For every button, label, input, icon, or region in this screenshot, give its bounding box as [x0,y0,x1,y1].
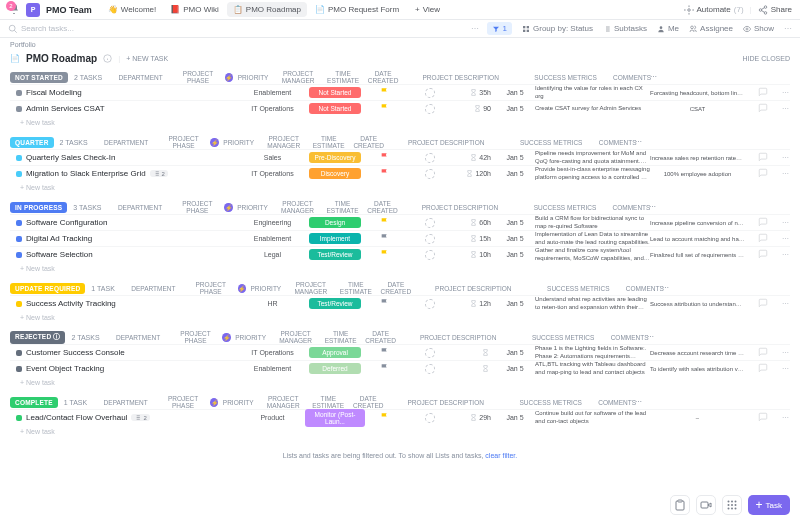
group-by-button[interactable]: Group by: Status [522,24,593,33]
svg-point-19 [731,504,733,506]
task-row[interactable]: Software ConfigurationEngineeringDesign6… [10,214,790,230]
task-row[interactable]: Quarterly Sales Check-InSalesPre-Discove… [10,149,790,165]
svg-point-16 [731,501,733,503]
tab-welcome-[interactable]: 👋Welcome! [102,2,162,17]
share-button[interactable]: Share [758,5,792,15]
task-row[interactable]: Admin Services CSATIT OperationsNot Star… [10,100,790,116]
workspace-name[interactable]: PMO Team [46,5,92,15]
svg-point-20 [734,504,736,506]
task-row[interactable]: Fiscal ModelingEnablementNot Started35hJ… [10,84,790,100]
svg-point-17 [734,501,736,503]
tab-pmo-roadmap[interactable]: 📋PMO Roadmap [227,2,307,17]
task-row[interactable]: Customer Success ConsoleIT OperationsApp… [10,344,790,360]
svg-point-11 [746,28,748,30]
subtasks-button[interactable]: Subtasks [603,24,647,33]
svg-rect-8 [527,29,529,31]
task-row[interactable]: Software SelectionLegalTest/Review10hJan… [10,246,790,262]
svg-point-2 [759,8,762,11]
fab-apps-icon[interactable] [722,495,742,515]
svg-rect-7 [523,29,525,31]
group-header[interactable]: UPDATE REQUIRED1 TASKDEPARTMENTPROJECT P… [10,281,790,295]
view-toolbar: Search tasks... ⋯ 1 Group by: Status Sub… [0,20,800,38]
svg-point-23 [734,508,736,510]
assignee-button[interactable]: Assignee [689,24,733,33]
new-task-row[interactable]: + New task [10,116,790,129]
task-row[interactable]: Success Activity TrackingHRTest/Review12… [10,295,790,311]
top-bar: 2 P PMO Team 👋Welcome!📕PMO Wiki📋PMO Road… [0,0,800,20]
svg-rect-13 [678,500,682,502]
fab-record-icon[interactable] [696,495,716,515]
svg-rect-5 [523,26,525,28]
svg-point-15 [727,501,729,503]
task-row[interactable]: Lead/Contact Flow Overhaul2ProductMonito… [10,409,790,425]
page-title: PMO Roadmap [26,53,97,64]
notif-badge: 2 [6,1,16,11]
svg-point-3 [764,11,767,14]
group-header[interactable]: NOT STARTED2 TASKSDEPARTMENTPROJECT PHAS… [10,70,790,84]
info-icon[interactable] [103,54,112,63]
filter-button[interactable]: 1 [487,22,512,35]
svg-point-0 [687,8,690,11]
svg-rect-14 [701,502,708,508]
workspace-icon[interactable]: P [26,3,40,17]
task-row[interactable]: Event Object TrackingEnablementDeferredJ… [10,360,790,376]
show-button[interactable]: Show [743,24,774,33]
new-task-row[interactable]: + New task [10,425,790,438]
svg-rect-6 [527,26,529,28]
group-header[interactable]: QUARTER2 TASKSDEPARTMENTPROJECT PHASE⚡PR… [10,135,790,149]
clear-filter-link[interactable]: clear filter. [485,452,517,459]
add-view-button[interactable]: +View [409,2,446,17]
svg-point-4 [9,25,15,31]
tab-pmo-wiki[interactable]: 📕PMO Wiki [164,2,225,17]
task-row[interactable]: Migration to Slack Enterprise Grid2IT Op… [10,165,790,181]
svg-point-9 [660,26,663,29]
svg-point-21 [727,508,729,510]
tab-pmo-request-form[interactable]: 📄PMO Request Form [309,2,405,17]
me-button[interactable]: Me [657,24,679,33]
group-header[interactable]: COMPLETE1 TASKDEPARTMENTPROJECT PHASE⚡PR… [10,395,790,409]
new-task-row[interactable]: + New task [10,181,790,194]
hide-closed-toggle[interactable]: HIDE CLOSED [743,55,790,62]
new-task-button[interactable]: + NEW TASK [126,55,168,62]
svg-point-1 [764,5,767,7]
search-input[interactable]: Search tasks... [8,24,463,34]
svg-point-10 [691,26,694,29]
new-task-row[interactable]: + New task [10,311,790,324]
fab-new-task-button[interactable]: +Task [748,495,790,515]
svg-point-18 [727,504,729,506]
automate-button[interactable]: Automate(7) [684,5,744,15]
more-icon[interactable]: ⋯ [471,24,479,33]
task-row[interactable]: Digital Ad TrackingEnablementImplement15… [10,230,790,246]
list-icon: 📄 [10,54,20,63]
group-header[interactable]: IN PROGRESS3 TASKSDEPARTMENTPROJECT PHAS… [10,200,790,214]
new-task-row[interactable]: + New task [10,376,790,389]
breadcrumb[interactable]: Portfolio [0,38,800,51]
group-header[interactable]: REJECTED ⓘ2 TASKSDEPARTMENTPROJECT PHASE… [10,330,790,344]
new-task-row[interactable]: + New task [10,262,790,275]
svg-point-22 [731,508,733,510]
notifications-icon[interactable]: 2 [8,3,22,17]
more-icon[interactable]: ⋯ [784,24,792,33]
fab-clipboard-icon[interactable] [670,495,690,515]
